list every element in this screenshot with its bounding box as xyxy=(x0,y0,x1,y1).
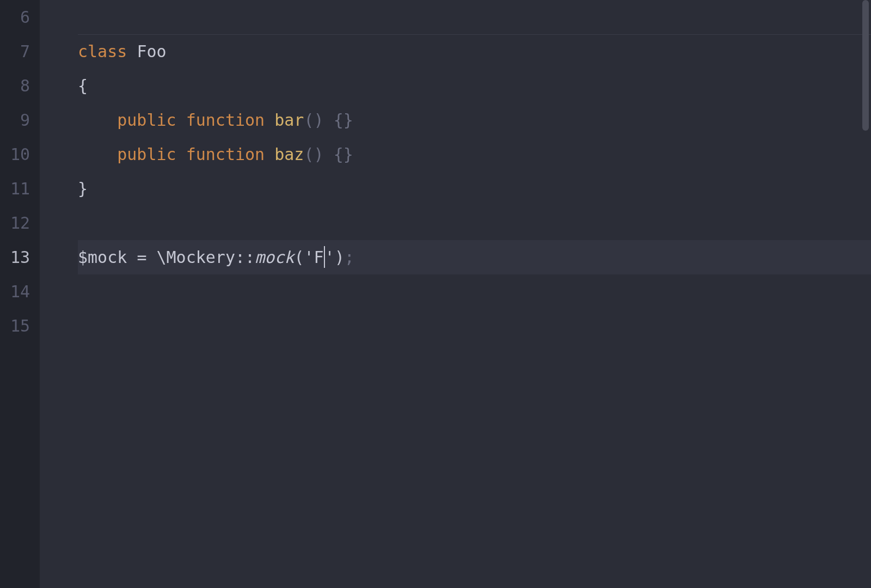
string-quote: ' xyxy=(325,248,335,267)
variable: $mock xyxy=(78,248,127,267)
line-number[interactable]: 11 xyxy=(0,171,40,206)
code-line[interactable] xyxy=(78,0,871,34)
function-name: baz xyxy=(274,145,304,164)
code-line[interactable] xyxy=(78,206,871,240)
paren-open: ( xyxy=(294,248,304,267)
scrollbar-thumb[interactable] xyxy=(862,0,869,131)
code-line[interactable] xyxy=(78,274,871,309)
scrollbar-vertical[interactable] xyxy=(860,0,871,588)
code-line[interactable]: public function bar() {} xyxy=(78,103,871,137)
keyword-public: public xyxy=(117,145,176,164)
line-number[interactable]: 9 xyxy=(0,103,40,137)
static-method: mock xyxy=(255,248,294,267)
line-number[interactable]: 8 xyxy=(0,69,40,103)
double-colon: :: xyxy=(235,248,255,267)
line-number[interactable]: 7 xyxy=(0,34,40,69)
code-line[interactable]: { xyxy=(78,69,871,103)
parens: () xyxy=(304,111,323,130)
line-number[interactable]: 15 xyxy=(0,309,40,343)
line-number[interactable]: 12 xyxy=(0,206,40,240)
gutter-margin xyxy=(40,0,78,588)
code-line[interactable]: } xyxy=(78,171,871,206)
line-number[interactable]: 10 xyxy=(0,137,40,171)
keyword-class: class xyxy=(78,42,127,61)
class-name: Foo xyxy=(137,42,166,61)
line-number-gutter: 6 7 8 9 10 11 12 13 14 15 xyxy=(0,0,40,588)
code-line[interactable]: class Foo xyxy=(78,34,871,69)
parens: () xyxy=(304,145,323,164)
brace-close: } xyxy=(78,179,88,198)
code-line-active[interactable]: $mock = \Mockery::mock('F'); xyxy=(78,240,871,274)
line-number[interactable]: 14 xyxy=(0,274,40,309)
line-number[interactable]: 6 xyxy=(0,0,40,34)
line-number-active[interactable]: 13 xyxy=(0,240,40,274)
keyword-public: public xyxy=(117,111,176,130)
function-name: bar xyxy=(274,111,304,130)
brace-open: { xyxy=(78,76,88,95)
string-quote: ' xyxy=(304,248,314,267)
braces: {} xyxy=(334,145,353,164)
code-line[interactable] xyxy=(78,309,871,343)
operator-assign: = xyxy=(137,248,146,267)
namespace: \Mockery xyxy=(157,248,236,267)
semicolon: ; xyxy=(345,248,354,267)
braces: {} xyxy=(334,111,353,130)
keyword-function: function xyxy=(186,111,265,130)
code-editor[interactable]: class Foo { public function bar() {} pub… xyxy=(78,0,871,588)
code-line[interactable]: public function baz() {} xyxy=(78,137,871,171)
paren-close: ) xyxy=(335,248,345,267)
string-content: F xyxy=(314,248,324,267)
keyword-function: function xyxy=(186,145,265,164)
